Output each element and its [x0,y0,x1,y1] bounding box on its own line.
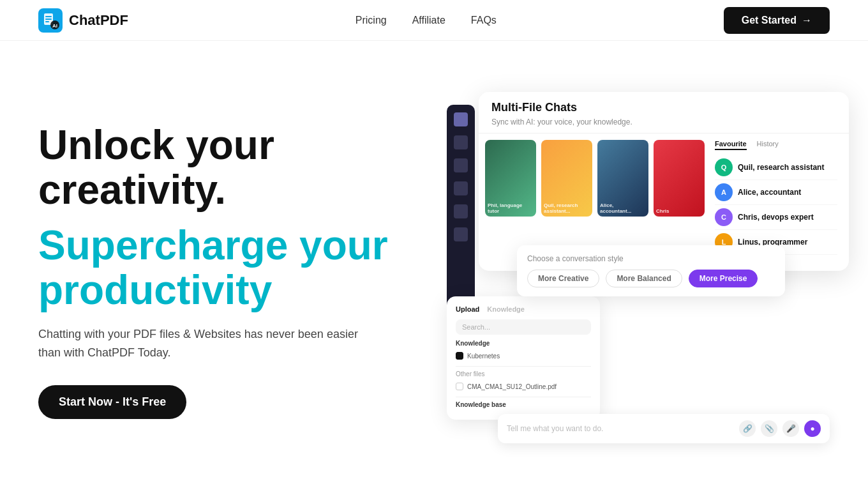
kb-bottom-label: Knowledge base [456,401,591,408]
tab-history[interactable]: History [757,140,779,150]
pdf-thumb-2[interactable]: Quil, research assistant... [541,140,592,217]
get-started-label: Get Started [742,15,797,26]
user-name-quil: Quil, research assistant [738,163,837,172]
kb-name-cma: CMA_CMA1_SU12_Outline.pdf [467,383,557,390]
action-send-icon[interactable]: ● [804,420,821,437]
sidebar-chat-icon[interactable] [454,158,468,172]
pdf-label-4: Chris [656,208,702,214]
kb-search-placeholder: Search... [462,323,490,331]
sidebar-image-icon[interactable] [454,204,468,218]
kb-tab-knowledge[interactable]: Knowledge [487,305,525,313]
user-name-chris: Chris, devops expert [738,213,837,222]
avatar-alice: A [715,183,733,201]
sidebar-home-icon[interactable] [454,112,468,126]
logo-text: ChatPDF [69,12,128,29]
kb-item-kubernetes[interactable]: Kubernetes [456,349,591,362]
nav-links: Pricing Affiliate FAQs [355,15,497,26]
user-name-alice: Alice, accountant [738,188,837,197]
action-link-icon[interactable]: 🔗 [739,420,756,437]
knowledge-base-card: Upload Knowledge Search... Knowledge Kub… [447,296,600,420]
pdf-thumb-4[interactable]: Chris [654,140,705,217]
convo-style-card: Choose a conversation style More Creativ… [517,245,785,296]
kb-name-kubernetes: Kubernetes [467,353,500,360]
kb-divider [456,366,591,367]
action-attach-icon[interactable]: 📎 [761,420,777,437]
chat-input-card: Tell me what you want to do. 🔗 📎 🎤 ● [498,414,830,443]
pdf-label-2: Quil, research assistant... [544,202,590,214]
avatar-chris: C [715,208,733,226]
convo-styles: More Creative More Balanced More Precise [527,270,775,287]
svg-text:AI: AI [52,23,57,29]
kb-checkbox-kubernetes[interactable] [456,352,463,360]
kb-tab-bar: Upload Knowledge [456,305,591,313]
style-creative[interactable]: More Creative [527,270,599,287]
kb-divider-2 [456,397,591,397]
pdf-label-1: Phil, language tutor [488,202,534,214]
sidebar-settings-icon[interactable] [454,227,468,241]
nav-pricing[interactable]: Pricing [355,15,387,26]
nav-faqs[interactable]: FAQs [471,15,497,26]
logo-icon: AI [38,8,63,33]
chat-user-chris[interactable]: C Chris, devops expert [715,205,837,230]
kb-checkbox-cma[interactable] [456,383,463,390]
action-mic-icon[interactable]: 🎤 [782,420,799,437]
svg-rect-4 [45,21,49,22]
chat-input-placeholder: Tell me what you want to do. [507,424,603,433]
kb-knowledge-label: Knowledge [456,340,591,347]
pdf-thumb-1[interactable]: Phil, language tutor [485,140,536,217]
chat-user-alice[interactable]: A Alice, accountant [715,180,837,205]
multi-file-card: Multi-File Chats Sync with AI: your voic… [479,92,849,271]
arrow-icon: → [802,15,812,26]
kb-tab-upload[interactable]: Upload [456,305,479,313]
hero-title: Unlock your creativity. [38,123,421,213]
start-now-button[interactable]: Start Now - It's Free [38,385,186,419]
hero-title-colored: Supercharge your productivity [38,223,421,313]
style-balanced[interactable]: More Balanced [606,270,682,287]
hero-left: Unlock your creativity. Supercharge your… [38,123,421,419]
svg-rect-3 [45,19,52,20]
multi-file-body: Phil, language tutor Quil, research assi… [479,133,849,261]
nav-affiliate[interactable]: Affiliate [412,15,445,26]
chat-input-actions: 🔗 📎 🎤 ● [739,420,821,437]
tab-favourite[interactable]: Favourite [715,140,747,150]
chat-tab-bar: Favourite History [715,140,837,150]
multi-file-header: Multi-File Chats Sync with AI: your voic… [479,92,849,133]
hero-subtitle: Chatting with your PDF files & Websites … [38,325,370,362]
convo-label: Choose a conversation style [527,254,775,263]
pdf-label-3: Alice, accountant... [600,202,646,214]
logo-link[interactable]: AI ChatPDF [38,8,128,33]
style-precise[interactable]: More Precise [689,270,758,287]
get-started-button[interactable]: Get Started → [724,7,830,34]
chat-user-panel: Favourite History Q Quil, research assis… [710,140,842,255]
pdf-thumb-3[interactable]: Alice, accountant... [597,140,648,217]
kb-other-label: Other files [456,370,591,377]
svg-rect-2 [45,16,52,17]
sidebar-grid-icon[interactable] [454,181,468,195]
hero-section: Unlock your creativity. Supercharge your… [0,41,868,488]
kb-item-cma[interactable]: CMA_CMA1_SU12_Outline.pdf [456,380,591,393]
sidebar-files-icon[interactable] [454,135,468,149]
avatar-quil: Q [715,158,733,176]
kb-search-box[interactable]: Search... [456,319,591,335]
hero-right: Multi-File Chats Sync with AI: your voic… [447,92,830,450]
pdf-thumbnails: Phil, language tutor Quil, research assi… [485,140,710,255]
chat-user-quil[interactable]: Q Quil, research assistant [715,155,837,180]
